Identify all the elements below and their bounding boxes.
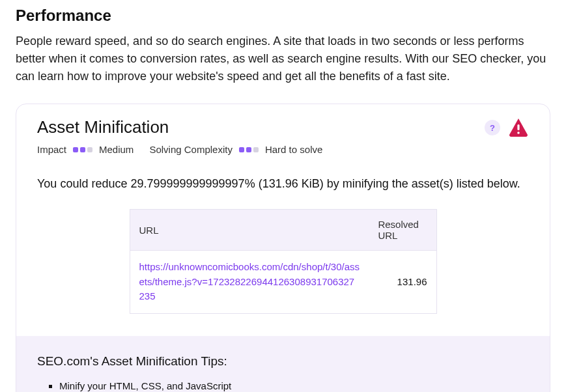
tips-panel: SEO.com's Asset Minification Tips: Minif… [16,336,550,393]
svg-rect-0 [517,124,519,130]
col-resolved-header: Resolved URL [369,210,436,251]
dot-filled-icon [239,147,244,152]
asset-url-link[interactable]: https://unknowncomicbooks.com/cdn/shop/t… [139,261,360,301]
asset-table: URL Resolved URL https://unknowncomicboo… [130,209,437,314]
card-body: You could reduce 29.799999999999997% (13… [16,163,550,336]
complexity-dots [239,147,259,152]
col-url-header: URL [130,210,369,251]
complexity-meta: Solving Complexity Hard to solve [149,144,322,155]
impact-meta: Impact Medium [37,144,134,155]
dot-empty-icon [253,147,259,152]
complexity-value: Hard to solve [265,144,322,155]
impact-value: Medium [99,144,134,155]
tips-title: SEO.com's Asset Minification Tips: [37,354,529,369]
dot-filled-icon [80,147,85,152]
card-title: Asset Minification [37,117,477,137]
section-title: Performance [16,7,550,25]
table-row: https://unknowncomicbooks.com/cdn/shop/t… [130,251,436,314]
dot-filled-icon [246,147,251,152]
warning-icon [508,117,529,139]
svg-point-1 [517,132,520,134]
impact-label: Impact [37,144,66,155]
summary-text: You could reduce 29.799999999999997% (13… [37,177,529,191]
list-item: Minify your HTML, CSS, and JavaScript [59,378,529,393]
complexity-label: Solving Complexity [149,144,233,155]
impact-dots [73,147,92,152]
section-description: People reward speed, and so do search en… [16,33,550,85]
card-meta: Impact Medium Solving Complexity [37,144,477,155]
asset-size: 131.96 [369,251,436,314]
dot-filled-icon [73,147,78,152]
help-button[interactable]: ? [485,120,500,135]
tips-list: Minify your HTML, CSS, and JavaScript Co… [37,378,529,393]
asset-minification-card: Asset Minification Impact Medium Solving… [16,104,550,392]
dot-empty-icon [87,147,92,152]
card-header: Asset Minification Impact Medium Solving… [16,104,550,163]
